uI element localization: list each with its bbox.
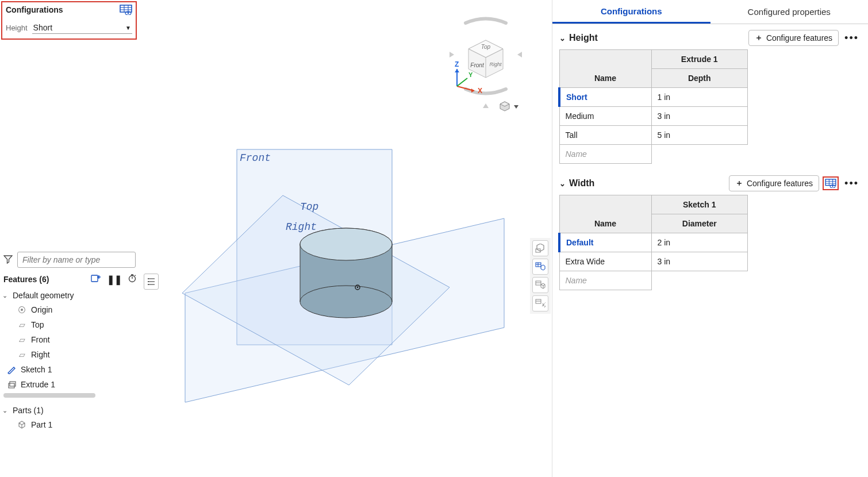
- 3d-viewport[interactable]: Front Top Right: [162, 115, 530, 460]
- svg-point-32: [357, 287, 359, 288]
- configurations-selector-box: Configurations Height Short ▼: [1, 1, 137, 40]
- extrude-icon: [7, 380, 16, 389]
- config-section-width: ⌄ Width ＋ Configure features: [552, 170, 868, 296]
- svg-marker-35: [483, 103, 489, 108]
- svg-text:Y: Y: [468, 71, 473, 78]
- width-config-table: Name Sketch 1 Diameter Default 2 in Extr…: [558, 195, 748, 290]
- svg-point-6: [128, 13, 129, 14]
- svg-point-19: [148, 278, 149, 279]
- plane-icon: ▱: [17, 350, 26, 359]
- features-header: Features (6): [3, 275, 49, 284]
- config-vertical-toolbar: x): [530, 238, 551, 314]
- caret-down-icon: ▼: [125, 25, 131, 31]
- svg-marker-34: [517, 52, 522, 57]
- svg-point-30: [300, 228, 392, 260]
- config-param-select[interactable]: Short ▼: [32, 22, 132, 34]
- part-icon: [17, 420, 26, 429]
- config-features-icon[interactable]: [532, 277, 548, 293]
- svg-line-13: [135, 275, 136, 276]
- tree-item-part1[interactable]: Part 1: [1, 417, 138, 432]
- add-feature-icon[interactable]: [91, 274, 101, 285]
- configure-features-button[interactable]: ＋ Configure features: [748, 30, 839, 46]
- tree-item-front-plane[interactable]: ▱ Front: [1, 332, 138, 347]
- config-parts-icon[interactable]: [532, 259, 548, 275]
- chevron-down-icon: ⌄: [2, 292, 9, 299]
- svg-text:Front: Front: [470, 62, 485, 68]
- tree-item-sketch[interactable]: Sketch 1: [1, 362, 138, 377]
- col-header-feature: Extrude 1: [651, 50, 748, 69]
- filter-icon[interactable]: [2, 255, 14, 266]
- config-variables-icon[interactable]: x): [532, 295, 548, 311]
- svg-text:x): x): [541, 302, 546, 307]
- filter-input[interactable]: [17, 252, 136, 268]
- feature-tree: ⌄ Default geometry ⦿ Origin ▱ Top ▱ Fron…: [1, 287, 138, 433]
- config-section-height: ⌄ Height ＋ Configure features ••• Name E…: [552, 24, 868, 170]
- chevron-down-icon[interactable]: ⌄: [559, 34, 566, 43]
- tree-item-top-plane[interactable]: ▱ Top: [1, 317, 138, 332]
- tree-item-origin[interactable]: ⦿ Origin: [1, 302, 138, 317]
- section-title-width: Width: [569, 178, 594, 189]
- plane-label-front: Front: [240, 152, 271, 164]
- svg-point-20: [148, 281, 149, 282]
- svg-rect-7: [91, 275, 98, 282]
- table-row-new[interactable]: Name: [559, 145, 748, 164]
- plane-label-right: Right: [286, 221, 317, 233]
- tree-group-default-geometry[interactable]: ⌄ Default geometry: [1, 288, 138, 302]
- svg-point-21: [148, 284, 149, 285]
- svg-marker-48: [455, 69, 459, 72]
- height-config-table: Name Extrude 1 Depth Short 1 in Medium 3…: [558, 49, 748, 164]
- svg-text:Right: Right: [489, 61, 502, 67]
- table-row[interactable]: Default 2 in: [559, 233, 748, 252]
- svg-rect-67: [825, 179, 836, 186]
- tree-item-right-plane[interactable]: ▱ Right: [1, 347, 138, 362]
- plane-icon: ▱: [17, 335, 26, 344]
- tab-configurations[interactable]: Configurations: [552, 0, 710, 24]
- origin-icon: ⦿: [17, 305, 26, 314]
- table-row[interactable]: Medium 3 in: [559, 107, 748, 126]
- tree-group-parts[interactable]: ⌄ Parts (1): [1, 403, 138, 417]
- config-table-icon[interactable]: [532, 240, 548, 256]
- svg-text:Top: Top: [481, 44, 491, 50]
- tab-configured-properties[interactable]: Configured properties: [710, 0, 869, 24]
- svg-line-50: [457, 78, 467, 86]
- display-mode-dropdown: [500, 102, 519, 111]
- config-table-view-icon[interactable]: [823, 176, 839, 190]
- feature-panel: Features (6) ❚❚ ⌄ Default geometry ⦿ Ori…: [1, 251, 138, 477]
- configurations-title: Configurations: [6, 5, 63, 14]
- table-row[interactable]: Tall 5 in: [559, 126, 748, 145]
- svg-text:Z: Z: [455, 60, 459, 68]
- col-header-value: Depth: [651, 69, 748, 88]
- plus-icon: ＋: [755, 33, 763, 43]
- config-table-view-icon[interactable]: [120, 5, 132, 15]
- plane-label-top: Top: [300, 201, 318, 213]
- more-options-icon[interactable]: •••: [842, 32, 861, 44]
- col-header-feature: Sketch 1: [651, 195, 748, 214]
- section-title-height: Height: [569, 33, 598, 43]
- feature-list-toggle[interactable]: [144, 274, 159, 290]
- table-row[interactable]: Short 1 in: [559, 88, 748, 107]
- tree-item-extrude[interactable]: Extrude 1: [1, 377, 138, 392]
- view-cube[interactable]: Top Front Right X Z Y: [437, 11, 535, 115]
- sketch-icon: [7, 365, 16, 374]
- table-row[interactable]: Extra Wide 3 in: [559, 252, 748, 271]
- pause-icon[interactable]: ❚❚: [107, 274, 122, 285]
- plane-icon: ▱: [17, 320, 26, 329]
- chevron-down-icon[interactable]: ⌄: [559, 179, 566, 188]
- chevron-down-icon: ⌄: [2, 407, 9, 414]
- config-param-value: Short: [33, 23, 52, 32]
- configurations-panel: Configurations Configured properties ⌄ H…: [552, 0, 868, 477]
- configure-features-button[interactable]: ＋ Configure features: [729, 175, 819, 191]
- svg-rect-0: [120, 5, 132, 12]
- svg-point-27: [300, 286, 392, 318]
- rollback-bar[interactable]: [3, 393, 95, 398]
- col-header-name: Name: [559, 195, 651, 233]
- svg-marker-33: [450, 52, 454, 57]
- more-options-icon[interactable]: •••: [842, 178, 861, 190]
- col-header-value: Diameter: [651, 214, 748, 233]
- plus-icon: ＋: [735, 178, 743, 189]
- col-header-name: Name: [559, 50, 651, 88]
- svg-point-73: [832, 186, 834, 187]
- stopwatch-icon[interactable]: [128, 274, 137, 285]
- table-row-new[interactable]: Name: [559, 271, 748, 290]
- svg-marker-54: [514, 105, 519, 109]
